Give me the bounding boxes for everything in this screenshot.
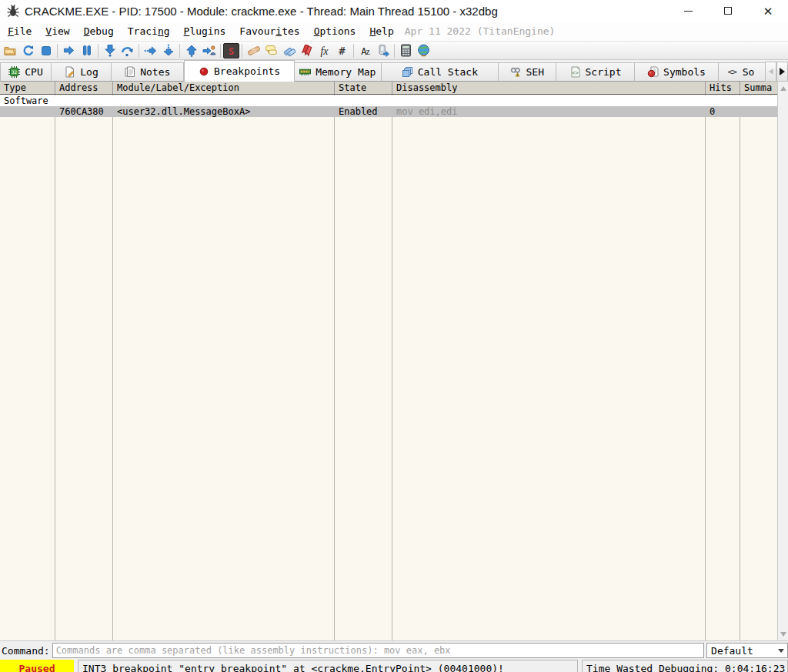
globe-button[interactable] — [415, 42, 432, 59]
column-header-state[interactable]: State — [335, 82, 392, 94]
tab-scroll-left-button[interactable] — [765, 62, 776, 82]
tab-memory-map[interactable]: Memory Map — [295, 62, 382, 82]
tab-label: So — [743, 66, 755, 78]
svg-text:<>: <> — [572, 70, 578, 76]
globe-icon — [417, 44, 430, 57]
memory-map-icon — [299, 66, 311, 78]
tab-label: Log — [80, 66, 98, 78]
profile-dropdown[interactable]: Default — [706, 643, 788, 658]
cell-hits — [706, 95, 740, 106]
animate-into-button[interactable] — [142, 42, 159, 59]
execute-till-return-icon — [185, 44, 198, 57]
run-to-user-code-button[interactable] — [200, 42, 218, 59]
status-message: INT3 breakpoint "entry breakpoint" at <c… — [78, 660, 578, 672]
view-tab-bar: 32 CPU Log Notes Breakpoints Memory Map … — [0, 60, 788, 82]
scrollbar-up-button[interactable] — [778, 82, 788, 94]
phone-forward-button[interactable] — [374, 42, 392, 59]
scrollbar-down-button[interactable] — [778, 628, 788, 640]
run-button[interactable] — [60, 42, 78, 59]
toolbar-separator — [179, 44, 180, 58]
maximize-button[interactable] — [708, 0, 748, 22]
restart-button[interactable] — [19, 42, 37, 59]
column-divider — [112, 95, 113, 640]
tab-breakpoints[interactable]: Breakpoints — [184, 60, 295, 82]
symbols-icon — [647, 66, 659, 78]
menu-tracing[interactable]: Tracing — [122, 23, 176, 39]
column-header-summary[interactable]: Summa — [740, 82, 777, 94]
tab-notes[interactable]: Notes — [112, 62, 184, 82]
tab-label: Call Stack — [418, 66, 478, 78]
close-button[interactable]: ✕ — [748, 0, 788, 22]
menu-debug[interactable]: Debug — [78, 23, 120, 39]
column-header-address[interactable]: Address — [55, 82, 113, 94]
column-header-module[interactable]: Module/Label/Exception — [113, 82, 335, 94]
window-controls: ✕ — [668, 0, 788, 22]
menu-plugins[interactable]: Plugins — [178, 23, 232, 39]
profile-value: Default — [711, 645, 753, 657]
breakpoint-group-row[interactable]: Software — [0, 95, 777, 106]
checksum-button[interactable] — [333, 42, 351, 59]
minimize-icon — [684, 11, 693, 12]
step-into-button[interactable] — [101, 42, 119, 59]
cell-type — [0, 106, 55, 117]
toolbar-separator — [353, 44, 354, 58]
execute-till-return-button[interactable] — [182, 42, 200, 59]
cell-summary — [740, 106, 777, 117]
bookmarks-button[interactable] — [298, 42, 316, 59]
tab-seh[interactable]: SEH — [499, 62, 556, 82]
tab-log[interactable]: Log — [52, 62, 112, 82]
stop-button[interactable] — [37, 42, 55, 59]
cell-address: 760CA380 — [55, 106, 113, 117]
toolbar-separator — [139, 44, 139, 58]
tab-symbols[interactable]: Symbols — [635, 62, 718, 82]
menu-help[interactable]: Help — [363, 23, 399, 39]
open-file-button[interactable] — [2, 42, 19, 59]
pause-button[interactable] — [78, 42, 95, 59]
menu-favourites[interactable]: Favourites — [233, 23, 306, 39]
menu-file[interactable]: File — [2, 23, 38, 39]
time-wasted-counter: Time Wasted Debugging: 0:04:16:23 — [582, 660, 788, 672]
cell-hits: 0 — [706, 106, 740, 117]
labels-icon — [282, 45, 296, 57]
cell-state — [335, 95, 392, 106]
minimize-button[interactable] — [668, 0, 708, 22]
toolbar — [0, 42, 788, 60]
tab-label: CPU — [25, 66, 42, 78]
tab-source[interactable]: So — [719, 62, 765, 82]
tab-script[interactable]: <> Script — [556, 62, 636, 82]
labels-button[interactable] — [280, 42, 298, 59]
cell-type: Software — [0, 95, 55, 106]
cell-address — [55, 95, 113, 106]
chevron-down-icon — [778, 649, 784, 653]
tab-cpu[interactable]: 32 CPU — [0, 62, 52, 82]
s-toggle-button[interactable] — [223, 43, 239, 59]
patches-button[interactable] — [245, 42, 262, 59]
menu-view[interactable]: View — [39, 23, 75, 39]
status-bar: Paused INT3 breakpoint "entry breakpoint… — [0, 660, 788, 672]
column-header-hits[interactable]: Hits — [706, 82, 740, 94]
cell-disassembly: mov edi,edi — [392, 106, 706, 117]
command-input[interactable] — [52, 643, 704, 658]
open-file-icon — [4, 45, 17, 56]
functions-button[interactable] — [316, 42, 333, 59]
animate-into-icon — [144, 45, 157, 56]
step-over-button[interactable] — [119, 42, 136, 59]
breakpoint-row-selected[interactable]: 760CA380 <user32.dll.MessageBoxA> Enable… — [0, 106, 777, 117]
tab-call-stack[interactable]: Call Stack — [382, 62, 499, 82]
comments-button[interactable] — [262, 42, 280, 59]
menu-options[interactable]: Options — [308, 23, 362, 39]
scroll-up-icon — [780, 86, 786, 91]
run-to-user-code-icon — [202, 45, 216, 56]
tab-scroll-right-button[interactable] — [776, 62, 788, 82]
tab-label: SEH — [526, 66, 544, 78]
calculator-button[interactable] — [397, 42, 415, 59]
patches-icon — [247, 45, 261, 57]
column-header-disassembly[interactable]: Disassembly — [392, 82, 706, 94]
calculator-icon — [400, 44, 412, 57]
animate-over-button[interactable] — [159, 42, 177, 59]
vertical-scrollbar[interactable] — [777, 82, 788, 640]
column-header-type[interactable]: Type — [0, 82, 55, 94]
az-button[interactable] — [356, 42, 374, 59]
debug-state-badge: Paused — [0, 660, 74, 672]
toolbar-separator — [98, 44, 98, 58]
